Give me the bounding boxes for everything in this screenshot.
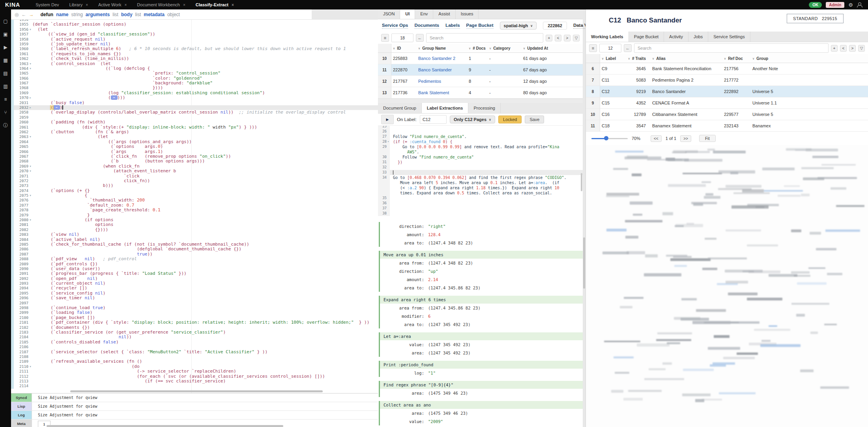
label-input[interactable] [420, 115, 447, 124]
code-line[interactable]: 2103 (`classifier_service (or (get_user_… [11, 330, 378, 335]
column-menu-icon[interactable]: ∨ [469, 47, 471, 50]
collapsed-code-pill[interactable]: ↔ [111, 95, 118, 100]
table-row[interactable]: 12217767Pedimentos8-12 days ago [378, 76, 583, 87]
code-line[interactable]: 2058 (`overlap_display (controls/label_o… [11, 110, 378, 115]
code-line[interactable]: 2098 (`continue_load true) [11, 306, 378, 310]
code-line[interactable]: 2090 (`user_data (user)) [11, 267, 378, 271]
code-line[interactable]: 2070▾ (attach_event_listener b [11, 169, 378, 173]
tab-document-group[interactable]: Document Group [378, 103, 422, 113]
code-line[interactable]: 1957 ((`view_id (gen_id "classifier_sess… [11, 32, 378, 37]
code-line[interactable]: 2105 (`controls_disabled false) [11, 340, 378, 345]
code-line[interactable]: 2064 ((`args (options_and_args args)) [11, 140, 378, 144]
tab-service-settings[interactable]: Service Settings [708, 32, 750, 42]
code-line[interactable]: 31 }) [378, 160, 583, 165]
code-line[interactable]: 1956▾ (let [11, 27, 378, 32]
table-row[interactable]: 8C129219Banco Santander222892Universe 5 [586, 86, 868, 97]
code-line[interactable]: 30 Follow "Find numero_de_cuenta" [378, 155, 583, 160]
code-line[interactable]: 29 Go to [0.0 0.0 0.99 0.99] and remove … [378, 144, 583, 149]
table-row[interactable]: 7C115083Pedimentos Pagina 2217772 [586, 75, 868, 86]
code-line[interactable]: 2095 (`service_config nil) [11, 291, 378, 296]
pages-select[interactable]: Only C12 Pages ∨ [450, 116, 495, 123]
vertical-scrollbar[interactable] [583, 237, 585, 289]
tab-ui[interactable]: UI [400, 9, 415, 19]
prev-page-button[interactable]: < [555, 35, 561, 41]
column-menu-icon[interactable]: ∨ [393, 47, 395, 50]
code-line[interactable]: Move area left 5 inches. Move area up 0.… [378, 180, 583, 185]
code-line[interactable]: 2100 (`page_bucket []) [11, 315, 378, 320]
page-number-input[interactable] [391, 34, 413, 42]
code-line[interactable]: 1955(defun `classifier_session (options) [11, 22, 378, 27]
code-line[interactable]: 1960 (`label_refresh_multiple 6) ; 6 * 1… [11, 47, 378, 51]
table-row[interactable]: 13217736Bank Statement4-80 days ago [378, 87, 583, 99]
run-icon[interactable]: ▶ [2, 44, 9, 50]
code-line[interactable]: 26 [378, 129, 583, 134]
group-name-link[interactable]: Banco Santander 2 [418, 56, 455, 61]
terminal-icon[interactable]: ≡ [2, 96, 9, 103]
code-line[interactable]: 2069▾ (when click_fn [11, 164, 378, 169]
table-row[interactable]: 10225883Banco Santander 21-61 days ago [378, 53, 583, 64]
code-line[interactable]: 2099 (`loading false) [11, 310, 378, 315]
tab-activity[interactable]: Activity [664, 32, 688, 42]
editor-horizontal-scrollbar[interactable] [70, 390, 323, 392]
code-line[interactable]: 1961 (`requests_to_job_names {}) [11, 52, 378, 56]
search-input[interactable] [426, 33, 543, 43]
log-tab-syncd[interactable]: Syncd [11, 393, 32, 402]
forward-arrow-icon[interactable]: → [29, 12, 34, 17]
back-arrow-icon[interactable]: ← [416, 34, 424, 42]
subnav-link-page-bucket[interactable]: Page Bucket [466, 23, 494, 29]
code-line[interactable]: 25 [378, 125, 583, 129]
log-tab-meta[interactable]: Meta [11, 420, 32, 427]
code-line[interactable]: 2108 [11, 354, 378, 359]
code-line[interactable]: times. Expand area down 0.5 times. Colle… [378, 190, 583, 196]
code-line[interactable]: 2097 [11, 301, 378, 306]
next-page-button[interactable]: > [564, 35, 571, 41]
column-menu-icon[interactable]: ∨ [628, 57, 630, 60]
extraction-script-editor[interactable]: 252627Follow "Find numero_de_cuenta".28▾… [378, 125, 583, 219]
code-line[interactable]: 2079 } [11, 213, 378, 218]
topbar-tab-document-workbench[interactable]: Document Workbench× [132, 0, 190, 9]
code-line[interactable]: 38 [378, 211, 583, 216]
column-menu-icon[interactable]: ∨ [418, 47, 420, 50]
code-line[interactable]: 2112 (for_each (`svc (or (available_clas… [11, 374, 378, 379]
code-line[interactable]: 2093 (`current_object nil) [11, 281, 378, 286]
column-menu-icon[interactable]: ∨ [724, 57, 726, 60]
code-line[interactable]: 2096 (`save_timer nil) [11, 296, 378, 300]
code-line[interactable]: 2063▾ (let [11, 134, 378, 139]
collapsed-code-pill[interactable]: ↔ [53, 105, 60, 110]
tab-issues[interactable]: Issues [456, 9, 479, 19]
topbar-tab-classify-extract[interactable]: Classify-Extract× [191, 0, 239, 9]
code-line[interactable]: 2101 (`pdf_container (div { `style: "dis… [11, 320, 378, 325]
code-line[interactable]: 2094 (`recycler []) [11, 286, 378, 291]
next-page-button[interactable]: > [849, 45, 856, 52]
filter-icon[interactable]: ▽ [858, 45, 865, 52]
code-line[interactable]: 2089 (`pdf_controls {}) [11, 262, 378, 267]
fit-button[interactable]: Fit [699, 135, 716, 142]
column-menu-icon[interactable]: ∨ [602, 57, 604, 60]
log-tab-lisp[interactable]: Lisp [11, 402, 32, 410]
log-horizontal-scrollbar[interactable] [47, 425, 283, 427]
code-line[interactable]: 2031 (`busy false) [11, 101, 378, 105]
code-line[interactable]: 32 [378, 165, 583, 170]
filter-icon[interactable]: ▽ [573, 35, 580, 41]
group-name-link[interactable]: Bank Statement [418, 90, 449, 95]
code-line[interactable]: 2075▾ { [11, 193, 378, 198]
tab-env[interactable]: Env [415, 9, 433, 19]
editor-icon[interactable]: ▣ [2, 31, 9, 37]
code-line[interactable]: 1958 (`active_request nil) [11, 37, 378, 42]
table-row[interactable]: 6C93645Bank Statement Reconciliation2177… [586, 63, 868, 75]
code-line[interactable]: 27Follow "Find numero_de_cuenta". [378, 134, 583, 139]
info-icon[interactable]: ⓘ [2, 122, 9, 129]
table-row[interactable]: 9C154352CENACE Format AUniverse 1.1 [586, 97, 868, 109]
code-line[interactable]: 2074 (`options (+ {} [11, 188, 378, 193]
code-line[interactable]: (< :a.2 90) { Expand area right 1.18 tim… [378, 185, 583, 190]
prev-page-button[interactable]: < [840, 45, 847, 52]
code-line[interactable]: 35 [378, 196, 583, 201]
code-line[interactable]: 2092 (`open_pdf nil) [11, 276, 378, 281]
tab-jobs[interactable]: Jobs [688, 32, 708, 42]
mode-dropdown[interactable]: spatial-high∨ [500, 22, 537, 30]
code-line[interactable]: 2066 (`args args.1) [11, 149, 378, 154]
code-line[interactable]: 2113 (if (== svc classifier_service) [11, 379, 378, 384]
code-line[interactable]: 2080▾ (if options [11, 218, 378, 222]
code-line[interactable]: 2067 (`click_fn (remove_prop options "on… [11, 154, 378, 159]
table-row[interactable]: 11222870Banco Santander9-67 days ago [378, 64, 583, 76]
